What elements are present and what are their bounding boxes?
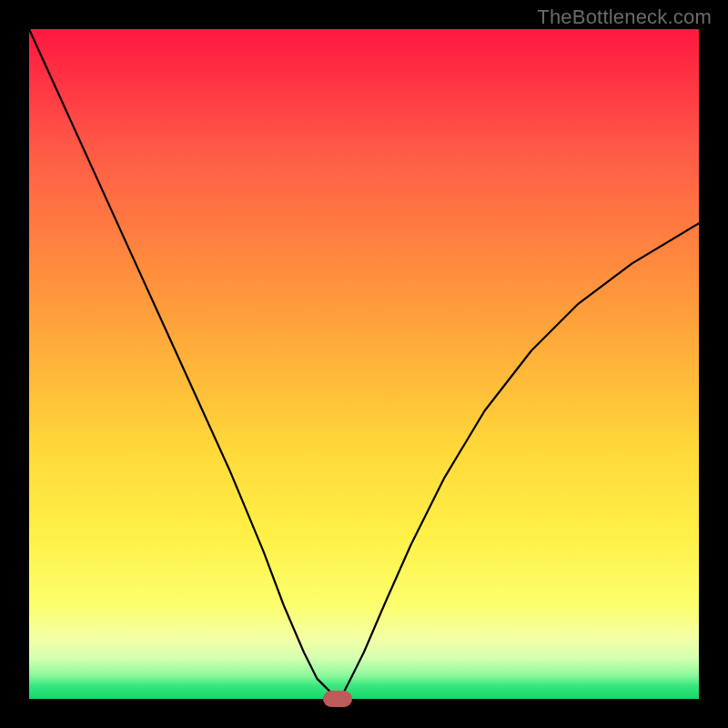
curve-overlay xyxy=(29,29,699,699)
bottleneck-curve xyxy=(29,29,699,699)
plot-area xyxy=(29,29,699,699)
optimum-marker xyxy=(323,691,352,707)
chart-frame: TheBottleneck.com xyxy=(0,0,728,728)
watermark-text: TheBottleneck.com xyxy=(537,5,712,29)
